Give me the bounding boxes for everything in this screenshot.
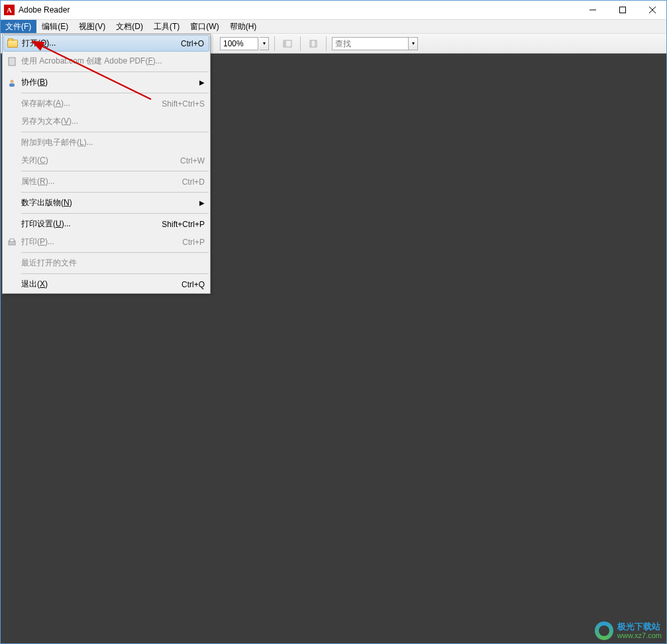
menu-item-attach-email[interactable]: 附加到电子邮件(L)... xyxy=(3,134,210,152)
close-button[interactable] xyxy=(637,0,667,19)
zoom-dropdown-button[interactable]: ▾ xyxy=(260,37,269,50)
menu-shortcut: Ctrl+W xyxy=(180,156,205,165)
menu-item-open[interactable]: 打开(O)... Ctrl+O xyxy=(3,35,209,52)
menu-item-digital-pub[interactable]: 数字出版物(N) ▶ xyxy=(3,194,210,212)
menu-item-label: 属性(R)... xyxy=(21,176,182,187)
watermark-title: 极光下载站 xyxy=(617,622,662,631)
titlebar: A Adobe Reader xyxy=(0,0,667,20)
menu-document[interactable]: 文档(D) xyxy=(111,20,148,33)
menu-item-save-as-text[interactable]: 另存为文本(V)... xyxy=(3,113,210,130)
menu-separator xyxy=(21,273,209,274)
maximize-button[interactable] xyxy=(607,0,637,19)
menu-item-label: 数字出版物(N) xyxy=(21,197,195,208)
menu-item-save-copy[interactable]: 保存副本(A)... Shift+Ctrl+S xyxy=(3,95,210,113)
menu-shortcut: Ctrl+P xyxy=(182,238,205,247)
menu-item-label: 关闭(C) xyxy=(21,155,180,166)
window-title: Adobe Reader xyxy=(19,5,70,15)
minimize-button[interactable] xyxy=(578,0,607,19)
search-input[interactable] xyxy=(332,37,409,50)
menu-item-recent[interactable]: 最近打开的文件 xyxy=(3,254,210,272)
menu-item-print[interactable]: 打印(P)... Ctrl+P xyxy=(3,233,210,251)
menu-shortcut: Ctrl+D xyxy=(182,177,205,187)
menu-item-create-pdf[interactable]: 使用 Acrobat.com 创建 Adobe PDF(F)... xyxy=(3,52,210,70)
watermark-logo-icon xyxy=(595,621,613,640)
watermark-url: www.xz7.com xyxy=(617,631,662,639)
menu-view[interactable]: 视图(V) xyxy=(74,20,111,33)
menu-separator xyxy=(21,171,209,171)
menu-separator xyxy=(21,213,209,214)
menu-separator xyxy=(21,93,209,93)
menu-item-label: 打开(O)... xyxy=(22,38,181,49)
toolbar-separator xyxy=(326,36,327,51)
menu-separator xyxy=(21,132,209,132)
toolbar-separator xyxy=(300,36,301,51)
svg-point-10 xyxy=(11,79,14,83)
menu-separator xyxy=(21,71,209,72)
menu-item-properties[interactable]: 属性(R)... Ctrl+D xyxy=(3,173,210,191)
search-dropdown-button[interactable]: ▾ xyxy=(409,37,418,50)
menu-item-label: 打印设置(U)... xyxy=(21,218,162,230)
svg-rect-5 xyxy=(283,40,286,47)
menu-separator xyxy=(21,252,209,253)
svg-rect-1 xyxy=(619,7,625,13)
menu-shortcut: Shift+Ctrl+P xyxy=(162,220,205,229)
menu-help[interactable]: 帮助(H) xyxy=(225,20,262,33)
submenu-arrow-icon: ▶ xyxy=(199,199,205,207)
svg-rect-13 xyxy=(10,239,14,242)
menu-shortcut: Ctrl+O xyxy=(181,39,204,48)
menu-item-label: 保存副本(A)... xyxy=(21,98,162,109)
collaborate-icon xyxy=(5,78,19,87)
folder-icon xyxy=(6,40,19,48)
menu-item-label: 打印(P)... xyxy=(21,236,182,248)
menu-item-label: 协作(B) xyxy=(21,77,195,88)
menu-tools[interactable]: 工具(T) xyxy=(148,20,185,33)
menu-shortcut: Shift+Ctrl+S xyxy=(162,99,205,109)
pdf-icon xyxy=(5,57,19,66)
menu-item-label: 另存为文本(V)... xyxy=(21,116,205,127)
menu-item-label: 退出(X) xyxy=(21,279,181,290)
menu-item-print-setup[interactable]: 打印设置(U)... Shift+Ctrl+P xyxy=(3,215,210,233)
menu-shortcut: Ctrl+Q xyxy=(181,280,205,289)
menu-window[interactable]: 窗口(W) xyxy=(185,20,224,33)
menu-separator xyxy=(21,192,209,193)
window-controls xyxy=(578,0,667,19)
search-box: ▾ xyxy=(332,37,418,50)
file-menu-dropdown: 打开(O)... Ctrl+O 使用 Acrobat.com 创建 Adobe … xyxy=(2,34,211,294)
toolbar-button-2[interactable] xyxy=(306,36,321,51)
toolbar-separator xyxy=(274,36,275,51)
menubar: 文件(F) 编辑(E) 视图(V) 文档(D) 工具(T) 窗口(W) 帮助(H… xyxy=(0,20,667,34)
menu-item-collaborate[interactable]: 协作(B) ▶ xyxy=(3,73,210,91)
menu-edit[interactable]: 编辑(E) xyxy=(36,20,74,33)
svg-rect-11 xyxy=(9,83,15,87)
app-icon: A xyxy=(4,5,15,15)
toolbar-button-1[interactable] xyxy=(280,36,295,51)
svg-rect-9 xyxy=(9,58,15,66)
submenu-arrow-icon: ▶ xyxy=(199,79,205,86)
menu-item-exit[interactable]: 退出(X) Ctrl+Q xyxy=(3,275,210,293)
menu-item-close[interactable]: 关闭(C) Ctrl+W xyxy=(3,152,210,169)
print-icon xyxy=(5,238,19,247)
menu-file[interactable]: 文件(F) xyxy=(0,20,36,33)
zoom-control: ▾ xyxy=(220,37,269,50)
menu-item-label: 最近打开的文件 xyxy=(21,257,205,269)
zoom-input[interactable] xyxy=(220,37,258,50)
menu-item-label: 使用 Acrobat.com 创建 Adobe PDF(F)... xyxy=(21,56,205,67)
menu-item-label: 附加到电子邮件(L)... xyxy=(21,137,205,148)
watermark: 极光下载站 www.xz7.com xyxy=(595,621,662,640)
